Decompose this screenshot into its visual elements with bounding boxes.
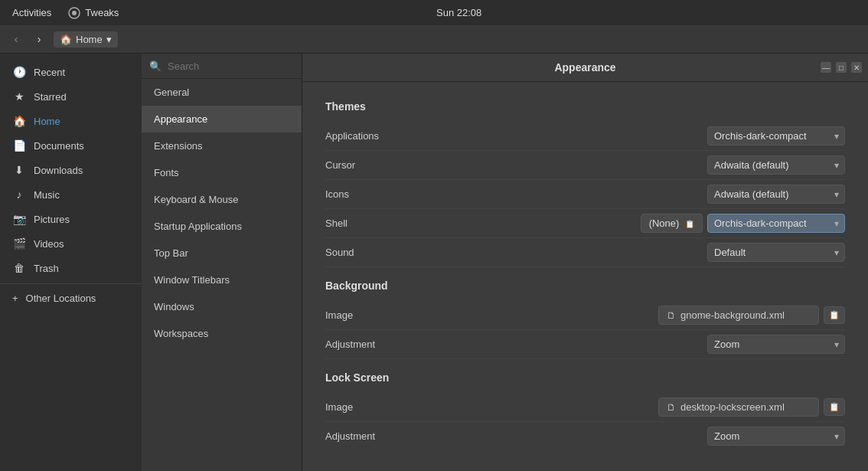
home-label: Home — [76, 34, 103, 45]
applications-select-wrapper: Orchis-dark-compact — [707, 126, 845, 146]
tweaks-item-startup-apps[interactable]: Startup Applications — [142, 213, 302, 240]
clock: Sun 22:08 — [436, 7, 481, 18]
bg-adjustment-row: Adjustment Zoom Centered Stretched Tiled — [325, 330, 845, 359]
sidebar-item-music[interactable]: ♪ Music — [0, 182, 142, 207]
tweaks-item-label: Extensions — [154, 140, 203, 152]
pictures-icon: 📷 — [12, 212, 26, 226]
bg-adjustment-label: Adjustment — [325, 339, 707, 350]
bg-image-copy-button[interactable]: 📋 — [824, 306, 845, 324]
content-area: Appearance — □ ✕ Themes Applications Orc… — [302, 54, 868, 471]
content-header: Appearance — □ ✕ — [302, 54, 868, 82]
bg-adjustment-controls: Zoom Centered Stretched Tiled — [707, 335, 845, 354]
svg-point-1 — [72, 11, 77, 15]
cursor-select[interactable]: Adwaita (default) — [707, 155, 845, 175]
tweaks-item-windows[interactable]: Windows — [142, 293, 302, 320]
icons-select[interactable]: Adwaita (default) — [707, 185, 845, 204]
tweaks-search-bar: 🔍 Tweaks — [142, 54, 302, 79]
search-icon: 🔍 — [149, 61, 162, 72]
ls-image-row: Image 🗋 desktop-lockscreen.xml 📋 — [325, 393, 845, 422]
close-button[interactable]: ✕ — [851, 62, 862, 73]
main-layout: 🕐 Recent ★ Starred 🏠 Home 📄 Documents ⬇ … — [0, 54, 868, 471]
tweaks-item-label: Top Bar — [154, 247, 188, 259]
ls-image-copy-button[interactable]: 📋 — [824, 398, 845, 416]
sidebar-item-label: Downloads — [34, 165, 83, 176]
themes-section-title: Themes — [325, 100, 845, 113]
tweaks-item-extensions[interactable]: Extensions — [142, 132, 302, 159]
ls-adjustment-label: Adjustment — [325, 430, 707, 442]
recent-icon: 🕐 — [12, 65, 26, 79]
minimize-button[interactable]: — — [821, 62, 831, 73]
tweaks-app-icon — [68, 7, 80, 19]
tweaks-item-appearance[interactable]: Appearance — [142, 106, 302, 132]
sidebar-item-label: Home — [34, 116, 60, 127]
sound-label: Sound — [325, 247, 707, 258]
home-icon: 🏠 — [60, 34, 72, 45]
icons-label: Icons — [325, 188, 707, 200]
tweaks-item-top-bar[interactable]: Top Bar — [142, 240, 302, 267]
sidebar-item-starred[interactable]: ★ Starred — [0, 84, 142, 109]
sidebar-other-locations[interactable]: + Other Locations — [0, 287, 142, 309]
cursor-select-wrapper: Adwaita (default) — [707, 155, 845, 175]
applications-row: Applications Orchis-dark-compact — [325, 122, 845, 151]
shell-select[interactable]: Orchis-dark-compact — [707, 214, 845, 233]
bg-image-row: Image 🗋 gnome-background.xml 📋 — [325, 301, 845, 330]
forward-button[interactable]: › — [31, 31, 47, 47]
file-icon: 🗋 — [667, 402, 676, 413]
back-button[interactable]: ‹ — [8, 31, 24, 47]
ls-image-label: Image — [325, 401, 658, 413]
tweaks-item-label: Keyboard & Mouse — [154, 194, 239, 205]
chevron-down-icon: ▾ — [106, 34, 112, 45]
file-icon: 🗋 — [667, 310, 676, 321]
shell-none-area: (None) 📋 Orchis-dark-compact — [641, 214, 845, 233]
shell-none-button[interactable]: (None) 📋 — [641, 214, 703, 233]
tweaks-item-general[interactable]: General — [142, 79, 302, 106]
maximize-button[interactable]: □ — [836, 62, 847, 73]
sidebar-item-trash[interactable]: 🗑 Trash — [0, 256, 142, 280]
search-input[interactable] — [168, 61, 296, 72]
sidebar-item-videos[interactable]: 🎬 Videos — [0, 231, 142, 256]
applications-select[interactable]: Orchis-dark-compact — [707, 126, 845, 146]
tweaks-item-label: Fonts — [154, 167, 179, 178]
window-controls: — □ ✕ — [821, 62, 862, 73]
tweaks-item-label: General — [154, 87, 189, 98]
music-icon: ♪ — [12, 188, 26, 201]
cursor-label: Cursor — [325, 159, 707, 171]
bg-adjustment-select[interactable]: Zoom Centered Stretched Tiled — [707, 335, 845, 354]
tweaks-panel: 🔍 Tweaks General Appearance Extensions F… — [142, 54, 302, 471]
applications-controls: Orchis-dark-compact — [707, 126, 845, 146]
content-body: Themes Applications Orchis-dark-compact … — [302, 82, 868, 471]
sidebar-divider — [0, 283, 142, 284]
tweaks-item-label: Workspaces — [154, 328, 208, 339]
shell-select-wrapper: Orchis-dark-compact — [707, 214, 845, 233]
ls-image-controls: 🗋 desktop-lockscreen.xml 📋 — [658, 397, 845, 417]
sidebar-item-label: Documents — [34, 140, 84, 152]
sound-select[interactable]: Default — [707, 243, 845, 262]
ls-adjustment-select[interactable]: Zoom Centered Stretched Tiled — [707, 427, 845, 446]
bg-adjustment-select-wrapper: Zoom Centered Stretched Tiled — [707, 335, 845, 354]
sidebar-item-label: Trash — [34, 263, 59, 274]
tweaks-item-workspaces[interactable]: Workspaces — [142, 320, 302, 347]
tweaks-item-keyboard-mouse[interactable]: Keyboard & Mouse — [142, 186, 302, 213]
sidebar-item-label: Pictures — [34, 214, 70, 225]
trash-icon: 🗑 — [12, 261, 26, 275]
tweaks-item-label: Window Titlebars — [154, 274, 230, 286]
downloads-icon: ⬇ — [12, 163, 26, 177]
sidebar-item-recent[interactable]: 🕐 Recent — [0, 60, 142, 84]
sidebar-item-pictures[interactable]: 📷 Pictures — [0, 207, 142, 231]
activities-button[interactable]: Activities — [8, 5, 56, 20]
tweaks-item-label: Windows — [154, 301, 194, 312]
tweaks-item-window-titlebars[interactable]: Window Titlebars — [142, 267, 302, 293]
content-title: Appearance — [554, 61, 615, 74]
ls-adjustment-controls: Zoom Centered Stretched Tiled — [707, 427, 845, 446]
home-button[interactable]: 🏠 Home ▾ — [54, 31, 118, 47]
tweaks-item-fonts[interactable]: Fonts — [142, 159, 302, 186]
tweaks-item-label: Startup Applications — [154, 221, 242, 232]
bg-image-label: Image — [325, 309, 658, 321]
cursor-row: Cursor Adwaita (default) — [325, 151, 845, 180]
sidebar-item-home[interactable]: 🏠 Home — [0, 109, 142, 133]
documents-icon: 📄 — [12, 139, 26, 152]
starred-icon: ★ — [12, 90, 26, 103]
sidebar-item-documents[interactable]: 📄 Documents — [0, 133, 142, 158]
sidebar-item-downloads[interactable]: ⬇ Downloads — [0, 158, 142, 182]
bg-image-value: gnome-background.xml — [680, 309, 785, 321]
